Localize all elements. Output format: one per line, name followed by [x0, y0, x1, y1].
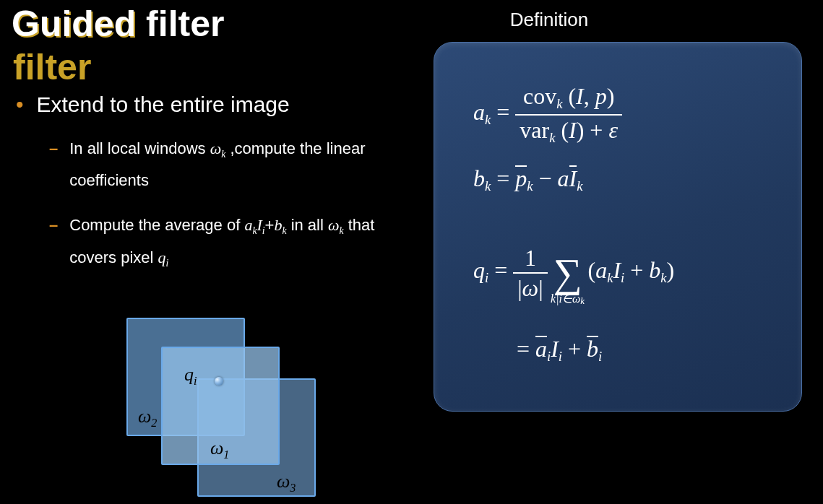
- pixel-qi-dot: [215, 377, 223, 386]
- bullet-dot-icon: •: [16, 92, 24, 117]
- sub2-text: Compute the average of akIi+bk in all ωk…: [69, 212, 406, 277]
- title-text: Guided filter: [12, 4, 224, 44]
- slide: Guided filter Guided filter Definition •…: [0, 0, 823, 504]
- label-qi: qi: [184, 364, 197, 388]
- bullet-level1: • Extend to the entire image: [16, 92, 406, 117]
- definition-box: ak = covk (I, p) vark (I) + ε bk = pk − …: [434, 42, 802, 412]
- body-text: • Extend to the entire image – In all lo…: [16, 92, 406, 277]
- dash-icon: –: [49, 136, 58, 194]
- equation-qi: qi = 1 |ω| ∑ k|i∈ωk (akIi + bk): [473, 246, 674, 300]
- definition-label: Definition: [477, 9, 621, 31]
- sub1-text: In all local windows ωk ,compute the lin…: [69, 136, 406, 194]
- label-omega2: ω2: [138, 406, 157, 430]
- label-omega1: ω1: [210, 438, 229, 461]
- equation-bk: bk = pk − aIk: [473, 167, 582, 194]
- windows-illustration: qi ω2 ω1 ω3: [126, 318, 358, 504]
- equation-qi-simplified: = aiIi + bi: [517, 337, 602, 364]
- label-omega3: ω3: [277, 471, 296, 495]
- bullet-level2-item2: – Compute the average of akIi+bk in all …: [49, 212, 406, 277]
- equation-ak: ak = covk (I, p) vark (I) + ε: [473, 84, 622, 144]
- slide-title: Guided filter Guided filter: [12, 3, 224, 45]
- dash-icon: –: [49, 212, 58, 277]
- bullet-main-text: Extend to the entire image: [37, 92, 290, 117]
- bullet-level2-item1: – In all local windows ωk ,compute the l…: [49, 136, 406, 194]
